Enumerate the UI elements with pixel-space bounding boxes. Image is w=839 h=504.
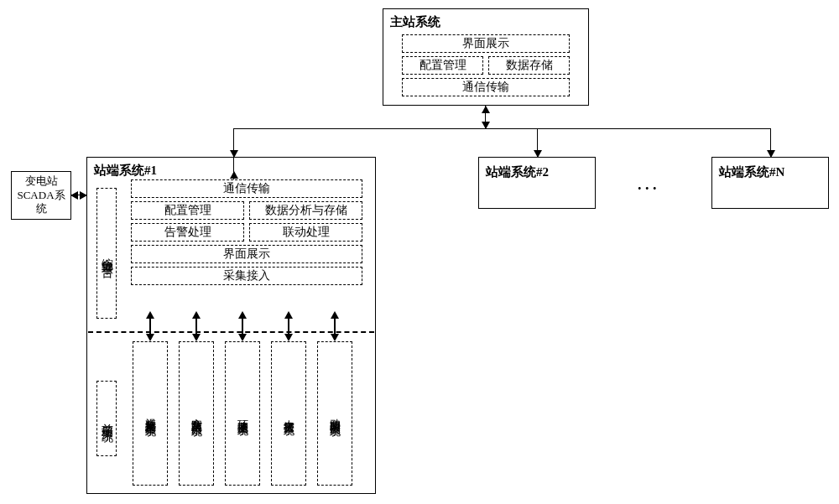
master-config-mgmt: 配置管理: [402, 56, 483, 75]
subsystem-fire-alarm: 火灾报警子系统: [271, 341, 306, 486]
station2-box: 站端系统#2: [478, 157, 596, 209]
master-station-modules: 界面展示 配置管理 数据存储 通信传输: [402, 34, 570, 100]
station1-config-mgmt: 配置管理: [131, 201, 244, 220]
subsystem-power-lighting: 动力照明控制子系统: [317, 341, 352, 486]
platform-label: 综合管理平台: [96, 188, 117, 319]
platform-stack: 通信传输 配置管理 数据分析与存储 告警处理 联动处理 界面展示 采集接入: [131, 179, 362, 288]
bus-line: [233, 128, 770, 129]
subsystem-video: 视频监控及巡检子系统: [133, 341, 168, 486]
master-ui-display: 界面展示: [402, 34, 570, 53]
stationN-title: 站端系统#N: [719, 165, 784, 179]
station1-collection-access: 采集接入: [131, 267, 362, 285]
station1-title: 站端系统#1: [94, 163, 157, 179]
station1-linkage-handling: 联动处理: [249, 223, 362, 242]
subsystem-security: 安全防范及门禁子系统: [179, 341, 214, 486]
station1-alarm-handling: 告警处理: [131, 223, 244, 242]
scada-box: 变电站 SCADA系统: [11, 171, 71, 220]
station1-ui-display: 界面展示: [131, 245, 362, 263]
master-station-title: 主站系统: [390, 14, 440, 30]
connector-station1-internal: [233, 158, 234, 179]
station2-title: 站端系统#2: [486, 165, 549, 179]
subsystem-environment: 环境监测子系统: [225, 341, 260, 486]
ellipsis: . . .: [638, 176, 657, 194]
station1-data-analysis: 数据分析与存储: [249, 201, 362, 220]
subsys-label: 前端子系统: [96, 381, 117, 456]
master-station-box: 主站系统 界面展示 配置管理 数据存储 通信传输: [383, 8, 589, 106]
scada-label: 变电站 SCADA系统: [12, 174, 70, 217]
master-comm-transport: 通信传输: [402, 78, 570, 96]
master-data-storage: 数据存储: [488, 56, 570, 75]
station1-comm-transport: 通信传输: [131, 179, 362, 198]
subsystems-row: 视频监控及巡检子系统 安全防范及门禁子系统 环境监测子系统 火灾报警子系统 动力…: [133, 341, 352, 486]
station1-divider: [88, 331, 374, 333]
arrow-left-icon: [70, 191, 78, 200]
arrow-up-icon: [482, 106, 490, 113]
stationN-box: 站端系统#N: [711, 157, 829, 209]
